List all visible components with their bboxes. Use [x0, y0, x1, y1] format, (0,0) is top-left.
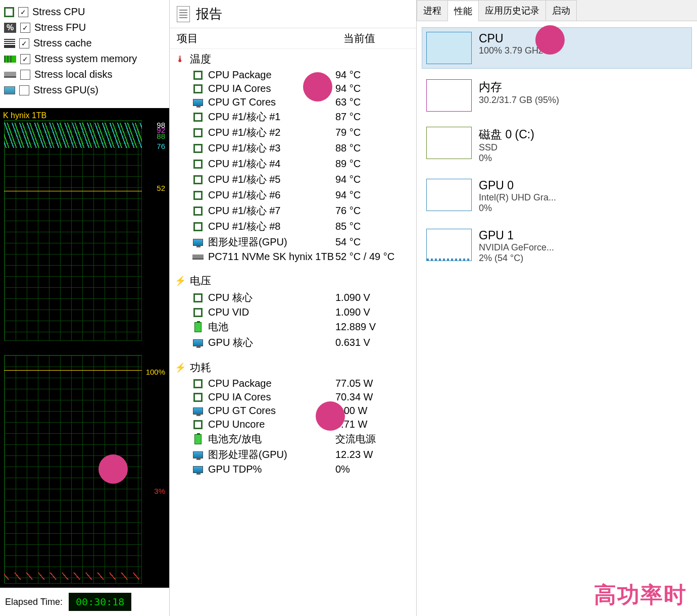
- group-header[interactable]: ⚡功耗: [170, 358, 416, 377]
- tab-0[interactable]: 进程: [417, 0, 448, 21]
- row-icon: [192, 190, 204, 200]
- report-row[interactable]: CPU #1/核心 #1 87 °C: [170, 109, 416, 125]
- row-icon: [192, 222, 204, 232]
- tm-name: CPU: [479, 32, 687, 45]
- row-icon: [192, 252, 204, 262]
- row-icon: [192, 206, 204, 216]
- report-row[interactable]: CPU IA Cores 70.34 W: [170, 390, 416, 404]
- report-row[interactable]: 图形处理器(GPU) 12.23 W: [170, 447, 416, 463]
- group-header[interactable]: 🌡温度: [170, 50, 416, 68]
- report-row[interactable]: CPU Package 77.05 W: [170, 377, 416, 390]
- graph-value-label: 3%: [154, 486, 165, 496]
- report-row[interactable]: CPU #1/核心 #8 85 °C: [170, 219, 416, 234]
- tm-item-mem[interactable]: 内存 30.2/31.7 GB (95%): [422, 75, 692, 116]
- report-row[interactable]: 电池 12.889 V: [170, 319, 416, 335]
- disk-icon: [4, 72, 16, 78]
- row-name: 电池: [208, 320, 335, 334]
- document-icon: [177, 6, 190, 22]
- checkbox[interactable]: [20, 23, 30, 33]
- row-name: CPU Package: [208, 378, 335, 389]
- elapsed-label: Elapsed Time:: [5, 597, 63, 607]
- report-row[interactable]: GPU 核心 0.631 V: [170, 335, 416, 350]
- report-row[interactable]: CPU #1/核心 #5 94 °C: [170, 172, 416, 187]
- report-row[interactable]: CPU #1/核心 #7 76 °C: [170, 203, 416, 219]
- stress-item-cpu[interactable]: Stress CPU: [4, 4, 165, 20]
- elapsed-value: 00:30:18: [69, 593, 131, 611]
- row-value: 54 °C: [335, 236, 411, 248]
- row-icon: [192, 450, 204, 460]
- row-name: CPU #1/核心 #3: [208, 141, 335, 155]
- row-icon: [192, 406, 204, 416]
- row-value: 1.090 V: [335, 292, 411, 303]
- tab-2[interactable]: 应用历史记录: [478, 0, 546, 21]
- graph-value-label: 100%: [146, 367, 165, 377]
- row-name: 电池充/放电: [208, 432, 335, 446]
- row-name: 图形处理器(GPU): [208, 448, 335, 461]
- thumb-icon: [426, 229, 472, 261]
- graph-value-label: 52: [157, 183, 165, 193]
- gpu-icon: [4, 86, 15, 94]
- usage-graph: 100%3%: [2, 353, 167, 586]
- row-icon: [192, 70, 204, 80]
- tm-item-gpu1[interactable]: GPU 1 NVIDIA GeForce...2% (54 °C): [422, 224, 692, 268]
- tab-1[interactable]: 性能: [447, 1, 479, 21]
- report-row[interactable]: GPU TDP% 0%: [170, 463, 416, 476]
- checkbox[interactable]: [19, 85, 29, 95]
- row-value: 88 °C: [335, 142, 411, 154]
- report-row[interactable]: CPU Uncore 6.71 W: [170, 418, 416, 431]
- checkbox[interactable]: [18, 7, 28, 17]
- report-row[interactable]: PC711 NVMe SK hynix 1TB 52 °C / 49 °C: [170, 250, 416, 264]
- checkbox[interactable]: [19, 38, 29, 48]
- thumb-icon: [426, 32, 472, 64]
- tm-tabs: 进程性能应用历史记录启动: [417, 0, 697, 21]
- report-row[interactable]: CPU VID 1.090 V: [170, 305, 416, 319]
- tm-stat2: 0%: [479, 203, 687, 214]
- tm-item-disk[interactable]: 磁盘 0 (C:) SSD0%: [422, 122, 692, 168]
- stress-item-mem[interactable]: Stress system memory: [4, 51, 165, 67]
- group-name: 电压: [190, 274, 211, 288]
- row-name: GPU TDP%: [208, 464, 335, 475]
- report-row[interactable]: 图形处理器(GPU) 54 °C: [170, 234, 416, 250]
- row-icon: [192, 420, 204, 430]
- report-row[interactable]: CPU GT Cores 63 °C: [170, 95, 416, 109]
- report-row[interactable]: CPU #1/核心 #6 94 °C: [170, 187, 416, 203]
- row-icon: [192, 112, 204, 122]
- row-icon: [192, 392, 204, 402]
- checkbox[interactable]: [20, 70, 30, 80]
- tm-stat: Intel(R) UHD Gra...: [479, 192, 687, 203]
- graph-area: K hynix 1TB 9892887652 100%3%: [0, 108, 169, 588]
- annotation-dot: [535, 25, 565, 55]
- row-icon: [192, 322, 204, 332]
- report-title: 报告: [196, 5, 222, 23]
- report-panel: 报告 项目 当前值 🌡温度 CPU Package 94 °C CPU IA C…: [169, 0, 417, 616]
- row-value: 76 °C: [335, 205, 411, 217]
- row-value: 85 °C: [335, 221, 411, 232]
- checkbox[interactable]: [20, 54, 30, 64]
- thumb-icon: [426, 127, 472, 159]
- report-row[interactable]: CPU 核心 1.090 V: [170, 290, 416, 305]
- report-row[interactable]: CPU IA Cores 94 °C: [170, 82, 416, 95]
- stress-item-cache[interactable]: Stress cache: [4, 35, 165, 51]
- report-row[interactable]: CPU #1/核心 #2 79 °C: [170, 125, 416, 140]
- thumb-icon: [426, 79, 472, 112]
- row-icon: [192, 128, 204, 138]
- report-row[interactable]: CPU #1/核心 #3 88 °C: [170, 140, 416, 156]
- stress-item-gpu[interactable]: Stress GPU(s): [4, 82, 165, 98]
- report-row[interactable]: CPU Package 94 °C: [170, 68, 416, 82]
- report-row[interactable]: CPU GT Cores 0.00 W: [170, 404, 416, 418]
- row-name: 图形处理器(GPU): [208, 235, 335, 249]
- row-value: 12.889 V: [335, 321, 411, 333]
- group-header[interactable]: ⚡电压: [170, 272, 416, 290]
- stress-label: Stress local disks: [34, 69, 113, 80]
- tab-3[interactable]: 启动: [545, 0, 577, 21]
- cache-icon: [4, 39, 15, 48]
- row-name: CPU #1/核心 #5: [208, 173, 335, 186]
- group-name: 功耗: [190, 361, 211, 375]
- tm-item-gpu0[interactable]: GPU 0 Intel(R) UHD Gra...0%: [422, 174, 692, 218]
- report-row[interactable]: CPU #1/核心 #4 89 °C: [170, 156, 416, 172]
- stress-item-fpu[interactable]: % Stress FPU: [4, 20, 165, 35]
- stress-item-disk[interactable]: Stress local disks: [4, 67, 165, 82]
- report-row[interactable]: 电池充/放电 交流电源: [170, 431, 416, 447]
- tm-stat2: 0%: [479, 153, 687, 164]
- tm-stat: SSD: [479, 142, 687, 153]
